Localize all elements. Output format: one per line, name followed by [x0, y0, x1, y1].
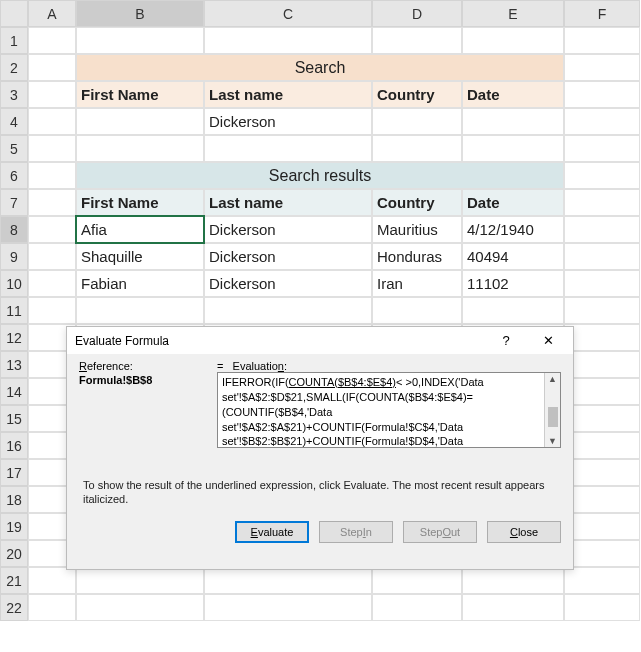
close-icon[interactable]: ✕ [531, 333, 565, 348]
results-hdr-country[interactable]: Country [372, 189, 462, 216]
cell-B1[interactable] [76, 27, 204, 54]
row-hdr-18[interactable]: 18 [0, 486, 28, 513]
cell-D9[interactable]: Honduras [372, 243, 462, 270]
cell-C5[interactable] [204, 135, 372, 162]
row-hdr-9[interactable]: 9 [0, 243, 28, 270]
col-hdr-E[interactable]: E [462, 0, 564, 27]
results-hdr-last[interactable]: Last name [204, 189, 372, 216]
row-hdr-17[interactable]: 17 [0, 459, 28, 486]
row-hdr-1[interactable]: 1 [0, 27, 28, 54]
cell-D1[interactable] [372, 27, 462, 54]
search-hdr-date[interactable]: Date [462, 81, 564, 108]
cell-F1[interactable] [564, 27, 640, 54]
step-out-button[interactable]: Step Out [403, 521, 477, 543]
dialog-title-text: Evaluate Formula [75, 334, 169, 348]
cell-A9[interactable] [28, 243, 76, 270]
step-in-button[interactable]: Step In [319, 521, 393, 543]
evaluate-button[interactable]: Evaluate [235, 521, 309, 543]
scroll-down-icon[interactable]: ▼ [548, 435, 557, 447]
scroll-up-icon[interactable]: ▲ [548, 373, 557, 385]
cell-A7[interactable] [28, 189, 76, 216]
cell-A2[interactable] [28, 54, 76, 81]
cell-A3[interactable] [28, 81, 76, 108]
col-hdr-C[interactable]: C [204, 0, 372, 27]
row-hdr-12[interactable]: 12 [0, 324, 28, 351]
row-hdr-22[interactable]: 22 [0, 594, 28, 621]
cell-C9[interactable]: Dickerson [204, 243, 372, 270]
evaluation-text[interactable]: IFERROR(IF(COUNTA($B$4:$E$4)< >0,INDEX('… [217, 372, 561, 448]
cell-F5[interactable] [564, 135, 640, 162]
row-hdr-4[interactable]: 4 [0, 108, 28, 135]
cell-B8-active[interactable]: Afia [76, 216, 204, 243]
cell-B9[interactable]: Shaquille [76, 243, 204, 270]
row-hdr-21[interactable]: 21 [0, 567, 28, 594]
cell-B10[interactable]: Fabian [76, 270, 204, 297]
dialog-titlebar[interactable]: Evaluate Formula ? ✕ [67, 327, 573, 354]
cell-E8[interactable]: 4/12/1940 [462, 216, 564, 243]
cell-E5[interactable] [462, 135, 564, 162]
select-all-corner[interactable] [0, 0, 28, 27]
cell-A4[interactable] [28, 108, 76, 135]
search-hdr-first[interactable]: First Name [76, 81, 204, 108]
search-country-input[interactable] [372, 108, 462, 135]
row-hdr-19[interactable]: 19 [0, 513, 28, 540]
results-hdr-date[interactable]: Date [462, 189, 564, 216]
cell-F6[interactable] [564, 162, 640, 189]
search-title[interactable]: Search [76, 54, 564, 81]
cell-F8[interactable] [564, 216, 640, 243]
cell-C1[interactable] [204, 27, 372, 54]
cell-F9[interactable] [564, 243, 640, 270]
row-hdr-2[interactable]: 2 [0, 54, 28, 81]
cell-D8[interactable]: Mauritius [372, 216, 462, 243]
search-hdr-last[interactable]: Last name [204, 81, 372, 108]
help-button[interactable]: ? [489, 333, 523, 348]
cell-E10[interactable]: 11102 [462, 270, 564, 297]
cell-A1[interactable] [28, 27, 76, 54]
results-hdr-first[interactable]: First Name [76, 189, 204, 216]
row-hdr-8[interactable]: 8 [0, 216, 28, 243]
cell-A5[interactable] [28, 135, 76, 162]
search-first-input[interactable] [76, 108, 204, 135]
row-hdr-3[interactable]: 3 [0, 81, 28, 108]
cell-A6[interactable] [28, 162, 76, 189]
cell-F10[interactable] [564, 270, 640, 297]
col-hdr-D[interactable]: D [372, 0, 462, 27]
search-date-input[interactable] [462, 108, 564, 135]
row-hdr-13[interactable]: 13 [0, 351, 28, 378]
row-hdr-20[interactable]: 20 [0, 540, 28, 567]
cell-F2[interactable] [564, 54, 640, 81]
row-hdr-15[interactable]: 15 [0, 405, 28, 432]
cell-D5[interactable] [372, 135, 462, 162]
cell-A10[interactable] [28, 270, 76, 297]
dialog-hint: To show the result of the underlined exp… [79, 478, 561, 507]
row-hdr-10[interactable]: 10 [0, 270, 28, 297]
col-hdr-B[interactable]: B [76, 0, 204, 27]
col-hdr-A[interactable]: A [28, 0, 76, 27]
row-hdr-7[interactable]: 7 [0, 189, 28, 216]
cell-A8[interactable] [28, 216, 76, 243]
search-hdr-country[interactable]: Country [372, 81, 462, 108]
cell-D10[interactable]: Iran [372, 270, 462, 297]
formula-underlined: COUNTA($B$4:$E$4) [289, 376, 396, 388]
scroll-thumb[interactable] [548, 407, 558, 427]
eval-scrollbar[interactable]: ▲ ▼ [544, 373, 560, 447]
row-hdr-6[interactable]: 6 [0, 162, 28, 189]
row-hdr-5[interactable]: 5 [0, 135, 28, 162]
cell-F4[interactable] [564, 108, 640, 135]
cell-F3[interactable] [564, 81, 640, 108]
cell-E1[interactable] [462, 27, 564, 54]
cell-C8[interactable]: Dickerson [204, 216, 372, 243]
cell-E9[interactable]: 40494 [462, 243, 564, 270]
formula-pre: IFERROR(IF( [222, 376, 289, 388]
cell-B5[interactable] [76, 135, 204, 162]
row-hdr-14[interactable]: 14 [0, 378, 28, 405]
cell-C10[interactable]: Dickerson [204, 270, 372, 297]
row-hdr-11[interactable]: 11 [0, 297, 28, 324]
col-hdr-F[interactable]: F [564, 0, 640, 27]
cell-F7[interactable] [564, 189, 640, 216]
results-title[interactable]: Search results [76, 162, 564, 189]
search-last-input[interactable]: Dickerson [204, 108, 372, 135]
close-button[interactable]: Close [487, 521, 561, 543]
evaluate-formula-dialog: Evaluate Formula ? ✕ Reference: Formula!… [66, 326, 574, 570]
row-hdr-16[interactable]: 16 [0, 432, 28, 459]
